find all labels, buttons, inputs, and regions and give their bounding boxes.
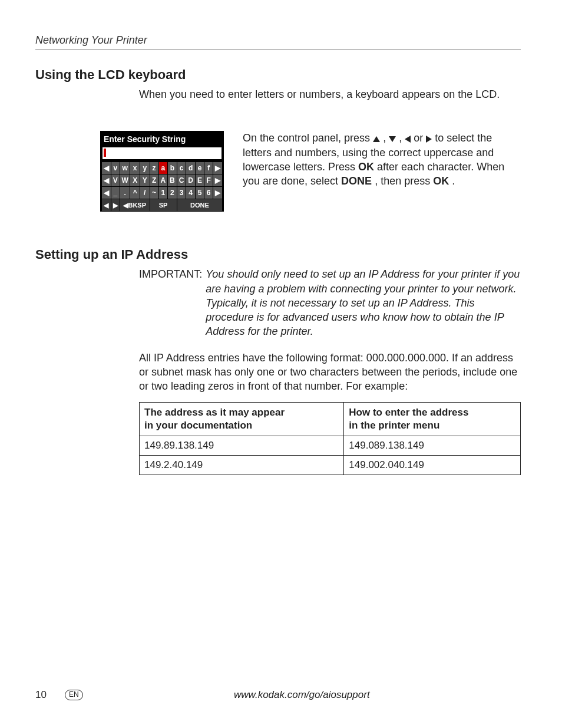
lcd-key: e <box>195 162 204 174</box>
lcd-key: W <box>120 174 130 187</box>
text: On the control panel, press <box>243 132 373 144</box>
lcd-key-right-arrow: ▶ <box>213 174 223 187</box>
lcd-key: v <box>111 162 120 174</box>
lcd-key: 6 <box>204 187 213 199</box>
lcd-key: A <box>158 174 168 187</box>
arrow-up-icon <box>373 136 380 142</box>
lcd-key: b <box>168 162 177 174</box>
lcd-key-nav-left: ◀ <box>102 199 111 212</box>
lcd-key: x <box>130 162 140 174</box>
text: , <box>383 132 389 144</box>
language-badge: EN <box>65 690 83 700</box>
lcd-title: Enter Security String <box>101 132 223 147</box>
lcd-key: E <box>195 174 204 187</box>
arrow-right-icon <box>426 136 432 143</box>
text: . <box>452 175 455 187</box>
section1-paragraph: On the control panel, press , , or to se… <box>243 131 521 188</box>
table-cell: 149.089.138.149 <box>344 436 521 455</box>
lcd-key: 5 <box>195 187 204 199</box>
lcd-key: 3 <box>177 187 186 199</box>
lcd-key: 4 <box>186 187 196 199</box>
lcd-textfield <box>103 147 222 159</box>
table-header-row: The address as it may appear in your doc… <box>140 402 521 436</box>
lcd-key-right-arrow: ▶ <box>213 187 223 199</box>
lcd-key: f <box>204 162 213 174</box>
th-line1: How to enter the address <box>349 407 468 418</box>
lcd-key: y <box>140 162 150 174</box>
lcd-row-lowercase: ◀ v w x y z a b c d e f ▶ <box>102 162 223 174</box>
text: , then press <box>375 175 433 187</box>
done-label: DONE <box>341 175 372 187</box>
lcd-row-symbols: ◀ _ . ^ / ~ 1 2 3 4 5 6 ▶ <box>102 187 223 199</box>
table-header-right: How to enter the address in the printer … <box>344 402 521 436</box>
table-cell: 149.89.138.149 <box>140 436 344 455</box>
lcd-key: _ <box>111 187 120 199</box>
lcd-row-uppercase: ◀ V W X Y Z A B C D E F ▶ <box>102 174 223 187</box>
lcd-key-highlighted: a <box>158 162 168 174</box>
table-row: 149.2.40.149 149.002.040.149 <box>140 455 521 475</box>
lcd-key-left-arrow: ◀ <box>102 187 111 199</box>
th-line1: The address as it may appear <box>144 407 285 418</box>
lcd-key: . <box>120 187 130 199</box>
text: or <box>414 132 426 144</box>
section2-body: All IP Address entries have the followin… <box>139 351 521 394</box>
lcd-key: d <box>186 162 196 174</box>
lcd-key: w <box>120 162 130 174</box>
lcd-row-bottom: ◀ ▶ ◀BKSP SP DONE <box>102 199 223 212</box>
lcd-key: c <box>177 162 186 174</box>
important-text: You should only need to set up an IP Add… <box>206 267 521 338</box>
lcd-key: C <box>177 174 186 187</box>
ip-address-table: The address as it may appear in your doc… <box>139 402 521 475</box>
section-heading-lcd-keyboard: Using the LCD keyboard <box>35 67 521 83</box>
arrow-left-icon <box>405 136 411 143</box>
page: Networking Your Printer Using the LCD ke… <box>0 0 562 728</box>
lcd-key: 1 <box>158 187 168 199</box>
lcd-key-done: DONE <box>177 199 222 212</box>
important-note: IMPORTANT: You should only need to set u… <box>139 267 521 338</box>
lcd-key: ^ <box>130 187 140 199</box>
section1-intro: When you need to enter letters or number… <box>139 87 521 101</box>
th-line2: in the printer menu <box>349 420 439 431</box>
lcd-key: Y <box>140 174 150 187</box>
lcd-key-left-arrow: ◀ <box>102 174 111 187</box>
lcd-key: Z <box>150 174 158 187</box>
important-label: IMPORTANT: <box>139 267 202 338</box>
lcd-key-bksp: ◀BKSP <box>120 199 150 212</box>
ok-label: OK <box>433 175 449 187</box>
lcd-key: F <box>204 174 213 187</box>
page-footer: 10 EN www.kodak.com/go/aiosupport <box>35 689 521 701</box>
lcd-cursor <box>104 149 106 157</box>
section-heading-ip-address: Setting up an IP Address <box>35 247 521 262</box>
table-row: 149.89.138.149 149.089.138.149 <box>140 436 521 455</box>
lcd-key-right-arrow: ▶ <box>213 162 223 174</box>
lcd-key: ~ <box>150 187 158 199</box>
lcd-key: V <box>111 174 120 187</box>
lcd-key: z <box>150 162 158 174</box>
lcd-key: D <box>186 174 196 187</box>
lcd-key: / <box>140 187 150 199</box>
lcd-key: B <box>168 174 177 187</box>
table-cell: 149.2.40.149 <box>140 455 344 475</box>
page-number: 10 <box>35 689 62 701</box>
table-header-left: The address as it may appear in your doc… <box>140 402 344 436</box>
lcd-two-column: Enter Security String ◀ v w x y z a b c … <box>35 131 521 212</box>
lcd-key-sp: SP <box>150 199 177 212</box>
lcd-key: 2 <box>168 187 177 199</box>
th-line2: in your documentation <box>144 420 252 431</box>
arrow-down-icon <box>389 136 396 142</box>
lcd-key: X <box>130 174 140 187</box>
text: , <box>399 132 405 144</box>
lcd-key-nav-right: ▶ <box>111 199 120 212</box>
table-cell: 149.002.040.149 <box>344 455 521 475</box>
running-header: Networking Your Printer <box>35 34 521 47</box>
lcd-key-left-arrow: ◀ <box>102 162 111 174</box>
header-rule <box>35 49 521 50</box>
lcd-keyboard-graphic: Enter Security String ◀ v w x y z a b c … <box>100 131 224 212</box>
ok-label: OK <box>358 161 374 173</box>
footer-url: www.kodak.com/go/aiosupport <box>83 689 521 701</box>
